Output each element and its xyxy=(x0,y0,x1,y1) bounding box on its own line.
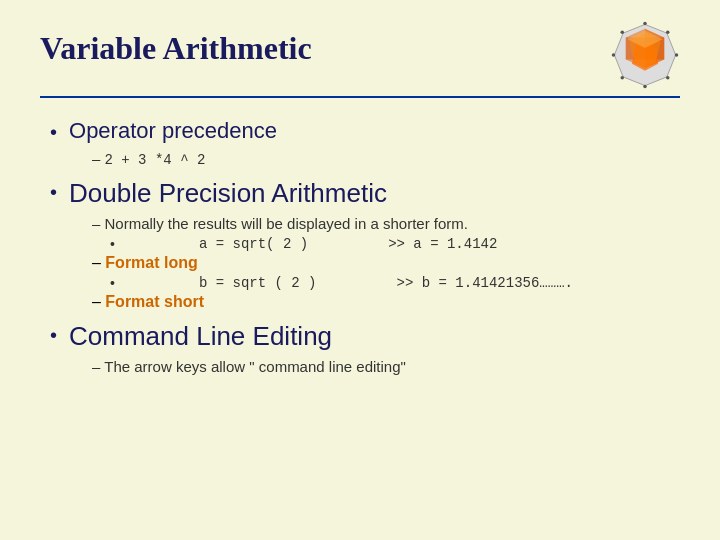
svg-point-10 xyxy=(666,76,670,80)
format-short-dash: – Format short xyxy=(92,293,680,311)
sqrt-a-code: a = sqrt( 2 ) xyxy=(199,236,308,252)
sqrt-b-code: b = sqrt ( 2 ) xyxy=(199,275,317,291)
svg-point-7 xyxy=(643,22,647,26)
format-long-label: Format long xyxy=(105,254,197,271)
content-area: • Operator precedence 2 + 3 *4 ^ 2 • Dou… xyxy=(40,118,680,375)
bullet-operator-text: Operator precedence xyxy=(69,118,277,144)
sub-sqrt-a-row: a = sqrt( 2 ) >> a = 1.4142 xyxy=(110,236,680,252)
sub-normally: Normally the results will be displayed i… xyxy=(92,215,680,232)
sub-arrow-keys: The arrow keys allow " command line edit… xyxy=(92,358,680,375)
bullet-precision: • Double Precision Arithmetic xyxy=(50,178,680,209)
svg-point-11 xyxy=(643,85,647,89)
normally-text: Normally the results will be displayed i… xyxy=(105,215,468,232)
matlab-logo xyxy=(610,20,680,90)
dash-prefix-2: – xyxy=(92,293,105,310)
bullet-precision-text: Double Precision Arithmetic xyxy=(69,178,387,209)
slide-title: Variable Arithmetic xyxy=(40,30,312,67)
bullet-dot-1: • xyxy=(50,121,57,144)
bullet-operator: • Operator precedence xyxy=(50,118,680,144)
svg-point-14 xyxy=(621,31,625,35)
header-area: Variable Arithmetic xyxy=(40,20,680,90)
svg-point-8 xyxy=(666,31,670,35)
sqrt-a-result: >> a = 1.4142 xyxy=(388,236,497,252)
sub-operator-dash: 2 + 3 *4 ^ 2 xyxy=(92,150,680,168)
operator-example: 2 + 3 *4 ^ 2 xyxy=(105,152,206,168)
format-long-dash: – Format long xyxy=(92,254,680,272)
bullet-cmdline-text: Command Line Editing xyxy=(69,321,332,352)
sqrt-b-result: >> b = 1.41421356………. xyxy=(397,275,573,291)
title-divider xyxy=(40,96,680,98)
slide: Variable Arithmetic • xyxy=(0,0,720,540)
arrow-keys-text: The arrow keys allow " command line edit… xyxy=(104,358,406,375)
dash-prefix: – xyxy=(92,254,105,271)
bullet-dot-2: • xyxy=(50,181,57,204)
svg-point-12 xyxy=(621,76,625,80)
sub-sqrt-b-row: b = sqrt ( 2 ) >> b = 1.41421356………. xyxy=(110,275,680,291)
svg-point-9 xyxy=(675,53,679,57)
svg-point-13 xyxy=(612,53,616,57)
bullet-cmdline: • Command Line Editing xyxy=(50,321,680,352)
bullet-dot-3: • xyxy=(50,324,57,347)
format-short-label: Format short xyxy=(105,293,204,310)
